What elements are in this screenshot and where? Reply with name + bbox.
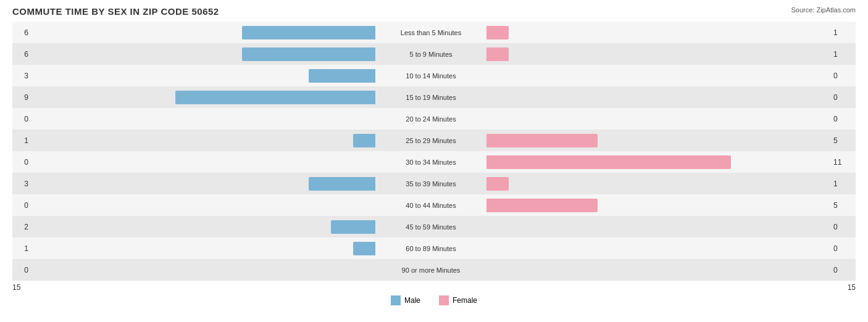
- female-value: 0: [831, 244, 856, 253]
- female-value: 11: [831, 158, 856, 167]
- right-bar-area: [486, 155, 831, 169]
- right-bar-area: [486, 26, 831, 39]
- table-row: 2 45 to 59 Minutes 0: [12, 216, 856, 237]
- male-value: 0: [12, 266, 31, 275]
- left-bar-area: [31, 220, 375, 234]
- right-bar-area: [486, 69, 831, 83]
- left-bar-area: [31, 242, 375, 255]
- right-bar-area: [486, 134, 831, 147]
- left-bar-area: [31, 91, 375, 104]
- left-bar-area: [31, 263, 375, 277]
- right-bar-area: [486, 199, 831, 212]
- female-value: 0: [831, 266, 856, 275]
- female-bar: [486, 199, 598, 212]
- table-row: 3 10 to 14 Minutes 0: [12, 65, 856, 86]
- row-label: 5 to 9 Minutes: [375, 51, 486, 58]
- table-row: 3 35 to 39 Minutes 1: [12, 173, 856, 194]
- female-value: 0: [831, 93, 856, 102]
- table-row: 1 60 to 89 Minutes 0: [12, 237, 856, 259]
- axis-right: 15: [848, 283, 856, 292]
- row-label: 35 to 39 Minutes: [375, 180, 486, 188]
- row-label: 60 to 89 Minutes: [375, 245, 486, 252]
- legend: Male Female: [12, 295, 856, 305]
- left-bar-area: [31, 134, 375, 147]
- left-bar-area: [31, 26, 375, 39]
- female-bar: [486, 177, 509, 191]
- chart-container: COMMUTE TIME BY SEX IN ZIP CODE 50652 So…: [0, 0, 868, 322]
- right-bar-area: [486, 91, 831, 104]
- female-bar: [486, 47, 509, 61]
- right-bar-area: [486, 263, 831, 277]
- male-value: 6: [12, 28, 31, 37]
- female-label: Female: [453, 296, 477, 305]
- male-bar: [331, 220, 375, 234]
- left-bar-area: [31, 177, 375, 191]
- table-row: 1 25 to 29 Minutes 5: [12, 130, 856, 151]
- female-color-box: [439, 295, 449, 305]
- male-bar: [242, 47, 375, 61]
- table-row: 6 5 to 9 Minutes 1: [12, 43, 856, 65]
- left-bar-area: [31, 199, 375, 212]
- source-label: Source: ZipAtlas.com: [791, 6, 856, 14]
- right-bar-area: [486, 47, 831, 61]
- table-row: 0 90 or more Minutes 0: [12, 259, 856, 281]
- male-value: 1: [12, 136, 31, 145]
- right-bar-area: [486, 112, 831, 126]
- male-value: 9: [12, 93, 31, 102]
- left-bar-area: [31, 155, 375, 169]
- row-label: Less than 5 Minutes: [375, 29, 486, 36]
- row-label: 20 to 24 Minutes: [375, 115, 486, 123]
- right-bar-area: [486, 220, 831, 234]
- female-value: 1: [831, 50, 856, 59]
- female-value: 0: [831, 72, 856, 80]
- male-value: 1: [12, 244, 31, 253]
- legend-female: Female: [439, 295, 477, 305]
- row-label: 45 to 59 Minutes: [375, 223, 486, 231]
- legend-male: Male: [391, 295, 420, 305]
- left-bar-area: [31, 69, 375, 83]
- table-row: 0 20 to 24 Minutes 0: [12, 108, 856, 130]
- male-value: 0: [12, 115, 31, 123]
- row-label: 10 to 14 Minutes: [375, 72, 486, 80]
- table-row: 9 15 to 19 Minutes 0: [12, 86, 856, 108]
- male-bar: [175, 91, 375, 104]
- female-bar: [486, 26, 509, 39]
- male-bar: [353, 134, 375, 147]
- chart-title: COMMUTE TIME BY SEX IN ZIP CODE 50652: [12, 6, 856, 17]
- axis-labels: 15 15: [12, 283, 856, 292]
- female-value: 1: [831, 28, 856, 37]
- right-bar-area: [486, 242, 831, 255]
- male-value: 2: [12, 223, 31, 231]
- right-bar-area: [486, 177, 831, 191]
- male-color-box: [391, 295, 401, 305]
- female-bar: [486, 155, 731, 169]
- chart-area: 6 Less than 5 Minutes 1 6 5 to 9 Minutes…: [12, 22, 856, 281]
- axis-left: 15: [12, 283, 20, 292]
- male-bar: [309, 177, 375, 191]
- male-bar: [353, 242, 375, 255]
- female-value: 1: [831, 180, 856, 188]
- table-row: 0 30 to 34 Minutes 11: [12, 151, 856, 173]
- row-label: 25 to 29 Minutes: [375, 137, 486, 144]
- male-bar: [242, 26, 375, 39]
- male-label: Male: [404, 296, 420, 305]
- male-value: 0: [12, 201, 31, 210]
- row-label: 15 to 19 Minutes: [375, 94, 486, 101]
- male-bar: [309, 69, 375, 83]
- female-value: 0: [831, 223, 856, 231]
- male-value: 6: [12, 50, 31, 59]
- male-value: 3: [12, 180, 31, 188]
- row-label: 90 or more Minutes: [375, 266, 486, 274]
- left-bar-area: [31, 112, 375, 126]
- left-bar-area: [31, 47, 375, 61]
- female-value: 5: [831, 201, 856, 210]
- female-value: 5: [831, 136, 856, 145]
- row-label: 30 to 34 Minutes: [375, 159, 486, 166]
- female-bar: [486, 134, 598, 147]
- female-value: 0: [831, 115, 856, 123]
- male-value: 0: [12, 158, 31, 167]
- table-row: 0 40 to 44 Minutes 5: [12, 194, 856, 216]
- row-label: 40 to 44 Minutes: [375, 202, 486, 209]
- male-value: 3: [12, 72, 31, 80]
- table-row: 6 Less than 5 Minutes 1: [12, 22, 856, 43]
